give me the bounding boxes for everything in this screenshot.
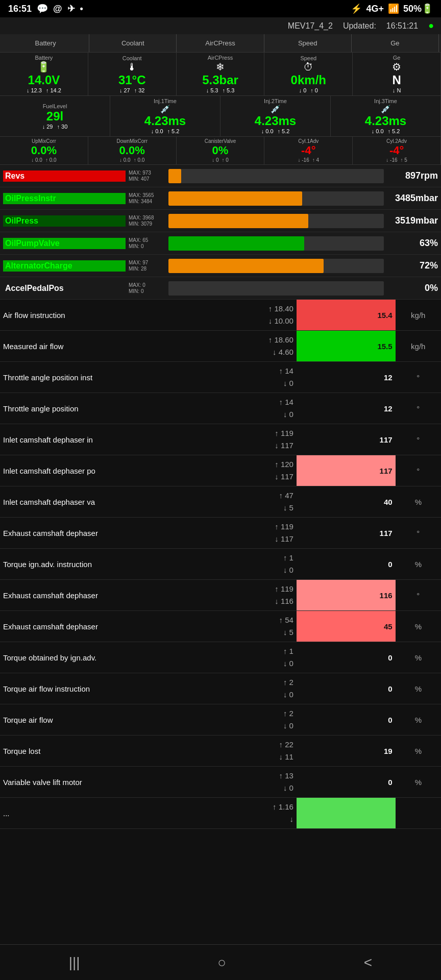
- aircpress-up: ↑ 5.3: [222, 87, 234, 93]
- row-value-11: 0: [297, 642, 396, 673]
- row-value-12: 0: [297, 673, 396, 704]
- row-unit-5: °: [396, 455, 441, 486]
- table-row: Air flow instruction↑ 18.40↓ 10.0015.4kg…: [0, 300, 441, 331]
- row-unit-3: °: [396, 393, 441, 424]
- bar-minmax-3: MAX: 65MIN: 0: [129, 237, 165, 250]
- tab-battery[interactable]: Battery: [2, 34, 89, 52]
- row-value-10: 45: [297, 611, 396, 642]
- row-arrows-16: ↑ 1.16↓: [236, 798, 297, 829]
- downmixcorr-cell: DownMixCorr 0.0% ↓ 0.0 ↑ 0.0: [88, 137, 177, 164]
- updated-label: Updated:: [343, 21, 376, 31]
- table-row: Torque air flow↑ 2↓ 00%: [0, 704, 441, 736]
- coolant-metric: Coolant 🌡 31°C ↓ 27 ↑ 32: [88, 53, 177, 95]
- at-icon: @: [53, 4, 62, 14]
- tab-coolant[interactable]: Coolant: [89, 34, 177, 52]
- row-label-16: ...: [0, 798, 236, 829]
- whatsapp-icon: 💬: [37, 3, 48, 14]
- nav-back-button[interactable]: |||: [69, 954, 80, 971]
- bar-value-2: 3519mbar: [387, 215, 438, 226]
- row-label-2: Throttle angle position inst: [0, 362, 236, 393]
- row-label-12: Torque air flow instruction: [0, 673, 236, 704]
- bar-value-4: 72%: [387, 260, 438, 271]
- gear-down: ↓ N: [393, 87, 401, 93]
- bar-label-5: AccelPedalPos: [3, 283, 126, 294]
- row-arrows-10: ↑ 54↓ 5: [236, 611, 297, 642]
- row-value-2: 12: [297, 362, 396, 393]
- row-label-14: Torque lost: [0, 736, 236, 767]
- row-unit-4: °: [396, 424, 441, 455]
- row-arrows-6: ↑ 47↓ 5: [236, 486, 297, 518]
- cyl1adv-cell: Cyl.1Adv -4° ↓ -16 ↑ 4: [264, 137, 353, 164]
- row-unit-0: kg/h: [396, 300, 441, 331]
- row-label-11: Torque obtained by ign.adv.: [0, 642, 236, 673]
- table-row: Inlet camshaft dephaser po↑ 120↓ 117117°: [0, 455, 441, 486]
- bottom-nav: ||| ○ <: [0, 944, 441, 980]
- row-unit-16: [396, 798, 441, 829]
- bluetooth-icon: ⚡: [351, 3, 362, 14]
- inj3-metric: Inj.3Time 💉 4.23ms ↓ 0.0 ↑ 5.2: [331, 96, 441, 136]
- mix-strip: UpMixCorr 0.0% ↓ 0.0 ↑ 0.0 DownMixCorr 0…: [0, 137, 441, 165]
- coolant-down: ↓ 27: [119, 87, 130, 93]
- coolant-icon: 🌡: [127, 61, 137, 73]
- row-unit-10: %: [396, 611, 441, 642]
- bar-fill-2: [168, 214, 308, 228]
- bar-value-3: 63%: [387, 238, 438, 249]
- row-unit-12: %: [396, 673, 441, 704]
- cyl2adv-cell: Cyl.2Adv -4° ↓ -16 ↑ 5: [353, 137, 441, 164]
- row-unit-11: %: [396, 642, 441, 673]
- table-row: Inlet camshaft dephaser va↑ 47↓ 540%: [0, 486, 441, 518]
- row-unit-7: °: [396, 518, 441, 549]
- table-row: Exhaust camshaft dephaser↑ 119↓ 116116°: [0, 580, 441, 611]
- bar-minmax-1: MAX: 3565MIN: 3484: [129, 192, 165, 205]
- status-right: ⚡ 4G+ 📶 50%🔋: [351, 3, 433, 14]
- data-table: Air flow instruction↑ 18.40↓ 10.0015.4kg…: [0, 300, 441, 829]
- table-row: Torque obtained by ign.adv.↑ 1↓ 00%: [0, 642, 441, 673]
- tab-aircpress[interactable]: AirCPress: [177, 34, 264, 52]
- row-arrows-2: ↑ 14↓ 0: [236, 362, 297, 393]
- bar-label-4: AlternatorCharge: [3, 260, 126, 272]
- battery-up: ↑ 14.2: [46, 87, 61, 93]
- bar-label-1: OilPressInstr: [3, 193, 126, 204]
- nav-recent-button[interactable]: <: [364, 954, 372, 971]
- table-row: Torque lost↑ 22↓ 1119%: [0, 736, 441, 767]
- row-label-3: Throttle angle position: [0, 393, 236, 424]
- bar-minmax-0: MAX: 973MIN: 407: [129, 170, 165, 182]
- row-value-5: 117: [297, 455, 396, 486]
- bar-minmax-5: MAX: 0MIN: 0: [129, 282, 165, 295]
- row-label-6: Inlet camshaft dephaser va: [0, 486, 236, 518]
- row-label-5: Inlet camshaft dephaser po: [0, 455, 236, 486]
- row-arrows-14: ↑ 22↓ 11: [236, 736, 297, 767]
- bar-minmax-4: MAX: 97MIN: 28: [129, 260, 165, 272]
- fuel-up: ↑ 30: [57, 124, 68, 130]
- bar-fill-1: [168, 191, 302, 206]
- speed-down: ↓ 0: [299, 87, 307, 93]
- row-arrows-7: ↑ 119↓ 117: [236, 518, 297, 549]
- bar-wrap-3: [168, 236, 384, 251]
- row-value-13: 0: [297, 704, 396, 736]
- row-label-9: Exhaust camshaft dephaser: [0, 580, 236, 611]
- row-value-1: 15.5: [297, 331, 396, 362]
- battery-metric: Battery 🔋 14.0V ↓ 12.3 ↑ 14.2: [0, 53, 88, 95]
- bar-value-1: 3485mbar: [387, 193, 438, 204]
- table-row: Torque ign.adv. instruction↑ 1↓ 00%: [0, 549, 441, 580]
- tab-speed[interactable]: Speed: [264, 34, 352, 52]
- row-unit-2: °: [396, 362, 441, 393]
- row-arrows-15: ↑ 13↓ 0: [236, 767, 297, 798]
- upmixcorr-cell: UpMixCorr 0.0% ↓ 0.0 ↑ 0.0: [0, 137, 88, 164]
- fuel-down: ↓ 29: [42, 124, 53, 130]
- table-row: ...↑ 1.16↓: [0, 798, 441, 829]
- table-row: Inlet camshaft dephaser in↑ 119↓ 117117°: [0, 424, 441, 455]
- coolant-up: ↑ 32: [134, 87, 145, 93]
- nav-home-button[interactable]: ○: [217, 954, 226, 971]
- table-row: Exhaust camshaft dephaser↑ 119↓ 117117°: [0, 518, 441, 549]
- airplane-icon: ✈: [67, 3, 75, 14]
- table-row: Torque air flow instruction↑ 2↓ 00%: [0, 673, 441, 704]
- tab-ge[interactable]: Ge: [352, 34, 439, 52]
- battery-icon: 🔋: [37, 61, 50, 73]
- bar-fill-3: [168, 236, 304, 251]
- bar-label-3: OilPumpValve: [3, 238, 126, 249]
- battery-down: ↓ 12.3: [27, 87, 42, 93]
- status-bar: 16:51 💬 @ ✈ • ⚡ 4G+ 📶 50%🔋: [0, 0, 441, 17]
- speed-icon: ⏱: [303, 61, 313, 73]
- connection-dot: ●: [428, 20, 434, 31]
